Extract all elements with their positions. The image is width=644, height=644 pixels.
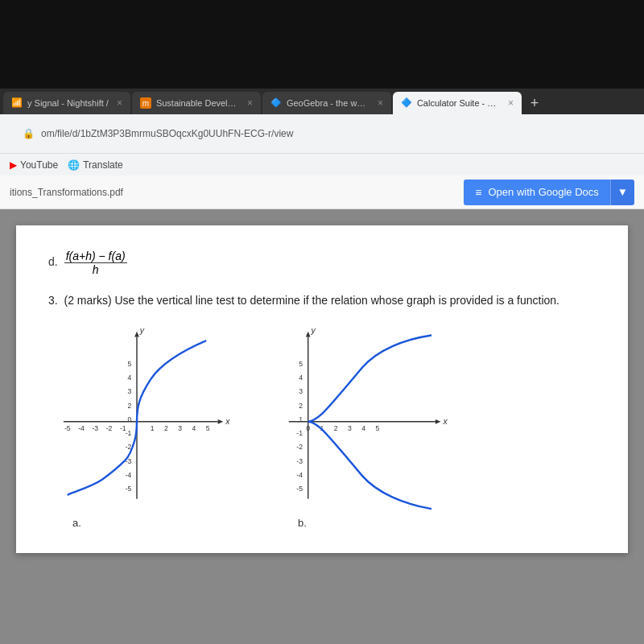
svg-text:-5: -5 bbox=[126, 485, 132, 493]
question-number: 3. bbox=[48, 294, 58, 307]
graph-a-svg: 1 2 3 4 5 -1 -2 -3 -4 -5 2 3 4 bbox=[48, 325, 225, 510]
svg-text:-4: -4 bbox=[78, 424, 85, 432]
svg-marker-27 bbox=[436, 419, 441, 424]
tab-label-sustainable: Sustainable Development bbox=[156, 98, 239, 108]
pdf-filename: itions_Transformations.pdf bbox=[10, 187, 123, 198]
tab-label-signal: y Signal - Nightshift / bbox=[27, 98, 109, 108]
svg-text:y: y bbox=[311, 325, 316, 335]
svg-text:2: 2 bbox=[299, 402, 303, 410]
svg-text:4: 4 bbox=[299, 374, 303, 382]
bookmark-translate-label: Translate bbox=[83, 159, 123, 171]
svg-text:-4: -4 bbox=[296, 471, 303, 479]
tab-signal[interactable]: 📶 y Signal - Nightshift / × bbox=[3, 92, 130, 114]
svg-marker-1 bbox=[218, 419, 224, 424]
bookmark-translate[interactable]: 🌐 Translate bbox=[68, 159, 123, 171]
graph-b-label: b. bbox=[298, 517, 307, 529]
pdf-toolbar: itions_Transformations.pdf ≡ Open with G… bbox=[0, 175, 644, 209]
pdf-page: d. f(a+h) − f(a) h 3. (2 marks) Use the … bbox=[16, 225, 628, 553]
formula-label: d. bbox=[48, 255, 58, 268]
svg-text:-4: -4 bbox=[126, 471, 132, 479]
svg-text:2: 2 bbox=[334, 424, 338, 432]
svg-marker-3 bbox=[134, 332, 139, 337]
open-with-icon: ≡ bbox=[475, 186, 481, 199]
graph-a-label: a. bbox=[72, 517, 81, 529]
bookmark-youtube-label: YouTube bbox=[20, 159, 58, 171]
tab-label-geogebra1: GeoGebra - the world's fa bbox=[287, 98, 369, 108]
svg-text:-3: -3 bbox=[92, 424, 98, 432]
svg-text:4: 4 bbox=[361, 424, 365, 432]
tab-close-signal[interactable]: × bbox=[117, 97, 122, 109]
svg-text:5: 5 bbox=[206, 424, 210, 432]
svg-text:3: 3 bbox=[127, 387, 131, 395]
svg-text:5: 5 bbox=[127, 360, 131, 368]
graph-b-svg: 0 1 2 3 4 5 2 3 4 5 -1 -2 -3 - bbox=[274, 325, 443, 510]
svg-text:4: 4 bbox=[192, 424, 196, 432]
tab-sustainable[interactable]: m Sustainable Development × bbox=[132, 92, 261, 114]
svg-text:0: 0 bbox=[127, 415, 131, 423]
svg-text:4: 4 bbox=[127, 374, 131, 382]
tab-close-sustainable[interactable]: × bbox=[247, 97, 253, 109]
svg-text:2: 2 bbox=[127, 402, 131, 410]
svg-text:0: 0 bbox=[306, 424, 310, 432]
graph-a-wrapper: 1 2 3 4 5 -1 -2 -3 -4 -5 2 3 4 bbox=[48, 325, 225, 529]
tab-bar: 📶 y Signal - Nightshift / × m Sustainabl… bbox=[0, 89, 644, 114]
svg-text:3: 3 bbox=[178, 424, 182, 432]
tab-favicon-sustainable: m bbox=[140, 97, 151, 109]
bookmark-youtube[interactable]: ▶ YouTube bbox=[10, 159, 58, 171]
svg-text:x: x bbox=[225, 416, 230, 426]
address-text: om/file/d/1bZtM3P3BmrmuSBOqcxKg0UUhFN-EC… bbox=[41, 128, 621, 139]
svg-text:-3: -3 bbox=[296, 457, 303, 465]
svg-text:5: 5 bbox=[376, 424, 380, 432]
tab-favicon-geogebra2: 🔷 bbox=[401, 97, 412, 109]
address-bar[interactable]: 🔒 om/file/d/1bZtM3P3BmrmuSBOqcxKg0UUhFN-… bbox=[13, 121, 631, 147]
tab-favicon-signal: 📶 bbox=[11, 97, 23, 109]
tab-close-geogebra2[interactable]: × bbox=[508, 97, 514, 109]
svg-text:3: 3 bbox=[348, 424, 352, 432]
tab-close-geogebra1[interactable]: × bbox=[378, 97, 383, 109]
bookmark-youtube-icon: ▶ bbox=[10, 159, 17, 171]
tab-label-geogebra2: Calculator Suite - GeoGe bbox=[417, 98, 500, 108]
browser-chrome: 📶 y Signal - Nightshift / × m Sustainabl… bbox=[0, 89, 644, 175]
graphs-container: 1 2 3 4 5 -1 -2 -3 -4 -5 2 3 4 bbox=[48, 325, 596, 529]
svg-text:-1: -1 bbox=[126, 429, 132, 437]
pdf-content: d. f(a+h) − f(a) h 3. (2 marks) Use the … bbox=[0, 209, 644, 644]
svg-text:-2: -2 bbox=[296, 443, 303, 451]
svg-text:-2: -2 bbox=[106, 424, 113, 432]
svg-text:5: 5 bbox=[299, 360, 303, 368]
formula-area: d. f(a+h) − f(a) h bbox=[48, 250, 596, 276]
formula-denominator: h bbox=[91, 263, 101, 276]
svg-text:y: y bbox=[139, 325, 145, 335]
svg-text:2: 2 bbox=[164, 424, 168, 432]
tab-favicon-geogebra1: 🔷 bbox=[270, 97, 282, 109]
svg-text:-5: -5 bbox=[296, 485, 303, 493]
main-content: itions_Transformations.pdf ≡ Open with G… bbox=[0, 175, 644, 644]
svg-text:1: 1 bbox=[299, 415, 303, 423]
svg-marker-29 bbox=[306, 332, 311, 337]
graph-b-wrapper: 0 1 2 3 4 5 2 3 4 5 -1 -2 -3 - bbox=[274, 325, 443, 529]
open-with-label: Open with Google Docs bbox=[489, 186, 599, 198]
question-body: (2 marks) Use the vertical line test to … bbox=[64, 294, 559, 307]
svg-text:1: 1 bbox=[151, 424, 155, 432]
formula-numerator: f(a+h) − f(a) bbox=[64, 250, 127, 263]
new-tab-button[interactable]: + bbox=[523, 92, 546, 114]
svg-text:-1: -1 bbox=[296, 429, 303, 437]
svg-text:x: x bbox=[442, 416, 448, 426]
bookmark-translate-icon: 🌐 bbox=[68, 159, 80, 171]
tab-geogebra2[interactable]: 🔷 Calculator Suite - GeoGe × bbox=[393, 92, 522, 114]
laptop-bezel bbox=[0, 0, 644, 89]
svg-text:-5: -5 bbox=[64, 424, 71, 432]
bookmarks-bar: ▶ YouTube 🌐 Translate bbox=[0, 153, 644, 175]
open-with-google-docs-button[interactable]: ≡ Open with Google Docs bbox=[464, 180, 609, 205]
dropdown-arrow-icon: ▼ bbox=[617, 186, 628, 198]
open-with-dropdown-button[interactable]: ▼ bbox=[610, 180, 634, 205]
svg-text:3: 3 bbox=[299, 387, 303, 395]
tab-geogebra1[interactable]: 🔷 GeoGebra - the world's fa × bbox=[262, 92, 391, 114]
question-text: 3. (2 marks) Use the vertical line test … bbox=[48, 292, 596, 309]
